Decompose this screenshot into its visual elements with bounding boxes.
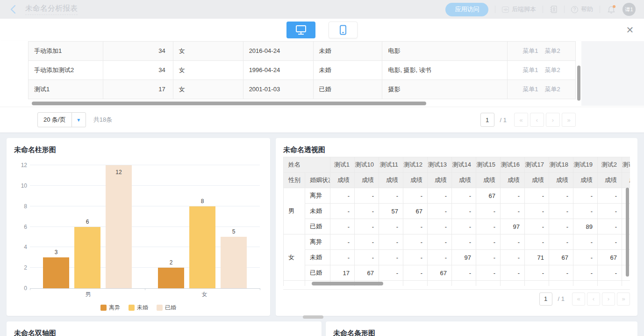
cell-birthday: 2016-04-24: [243, 42, 314, 60]
horizontal-scrollbar[interactable]: [32, 102, 426, 105]
pivot-marital-cell: 已婚: [305, 219, 330, 234]
help-button[interactable]: ? 帮助: [571, 5, 593, 14]
pivot-vertical-scrollbar[interactable]: [626, 188, 629, 277]
pivot-value-cell: -: [501, 265, 525, 281]
desktop-view-button[interactable]: [286, 22, 315, 38]
pivot-value-cell: -: [355, 219, 379, 234]
bar-value-label: 8: [189, 198, 215, 205]
current-page[interactable]: 1: [539, 292, 552, 306]
contacts-button[interactable]: [550, 5, 558, 14]
x-axis-label: 男: [30, 291, 146, 299]
app-screen: 未命名分析报表 应用访问 </> 后端脚本: [0, 0, 644, 336]
bar-chart-card: 未命名柱形图 0246810123612285 男女 离异未婚已婚: [7, 138, 270, 316]
pivot-row: 已婚1767--67--------: [284, 265, 630, 281]
contacts-icon: [550, 5, 558, 14]
page-size-select[interactable]: 20 条/页 ▼: [37, 112, 86, 127]
pivot-value-cell: -: [452, 265, 476, 281]
app-header: 未命名分析报表 应用访问 </> 后端脚本: [0, 0, 644, 19]
bottom-cards-row: 未命名双轴图 未命名条形图: [7, 321, 637, 336]
bar: [189, 206, 215, 288]
pivot-value-cell: -: [525, 204, 549, 219]
pivot-value-cell: -: [428, 250, 452, 265]
row-action-link[interactable]: 菜单2: [545, 42, 560, 60]
pivot-value-cell: -: [355, 234, 379, 250]
pivot-value-cell: -: [476, 234, 501, 250]
legend-item[interactable]: 已婚: [157, 304, 176, 312]
vertical-scrollbar[interactable]: [577, 66, 580, 101]
legend-swatch-icon: [157, 305, 163, 311]
prev-page-button[interactable]: ‹: [530, 113, 544, 127]
y-axis-label: 6: [15, 224, 27, 230]
back-button[interactable]: [8, 5, 18, 14]
pivot-value-cell: -: [403, 234, 428, 250]
last-page-button[interactable]: »: [562, 113, 576, 127]
pivot-value-cell: -: [549, 265, 573, 281]
first-page-button[interactable]: «: [572, 292, 585, 306]
cell-marital: 已婚: [314, 80, 383, 99]
first-page-button[interactable]: «: [514, 113, 528, 127]
legend-item[interactable]: 未婚: [129, 304, 148, 312]
bar: [43, 257, 69, 288]
last-page-button[interactable]: »: [617, 292, 630, 306]
table-row[interactable]: 手动添加测试234女1996-04-24未婚电影, 摄影, 读书菜单1菜单2: [29, 61, 576, 80]
row-action-link[interactable]: 菜单1: [522, 42, 538, 60]
axis-tick: [260, 288, 260, 290]
bar-chart-categories: 男女: [30, 289, 263, 300]
cell-gender: 女: [173, 61, 243, 80]
next-page-button[interactable]: ›: [546, 113, 560, 127]
pivot-value-cell: -: [598, 265, 622, 281]
bar-value-label: 2: [158, 259, 184, 266]
pivot-measure-header: 成绩: [379, 173, 403, 188]
pivot-measure-header: 成绩: [330, 173, 355, 188]
report-title[interactable]: 未命名分析报表: [25, 4, 78, 15]
pivot-empty-cell: [549, 281, 573, 286]
cell-name: 手动添加1: [29, 42, 103, 60]
total-count: 共18条: [93, 116, 112, 124]
row-action-link[interactable]: 菜单2: [545, 80, 560, 99]
pivot-empty-cell: [452, 281, 476, 286]
pivot-value-cell: -: [403, 219, 428, 234]
bar-wrap: 3: [43, 165, 69, 288]
legend-item[interactable]: 离异: [100, 304, 120, 312]
pivot-measure-header: 成绩: [622, 173, 630, 188]
avatar[interactable]: 谭1: [623, 3, 636, 16]
next-page-button[interactable]: ›: [602, 292, 615, 306]
pivot-value-cell: -: [379, 234, 403, 250]
pivot-column-header: 测试15: [476, 157, 501, 173]
charts-row: 未命名柱形图 0246810123612285 男女 离异未婚已婚 未命名透视图…: [7, 138, 637, 316]
row-action-link[interactable]: 菜单2: [545, 61, 560, 80]
pivot-measure-header: 成绩: [525, 173, 549, 188]
scrollbar-thumb[interactable]: [303, 315, 323, 319]
bar-wrap: 6: [74, 165, 100, 288]
app-access-button[interactable]: 应用访问: [445, 3, 488, 16]
pivot-empty-cell: [284, 281, 305, 286]
current-page[interactable]: 1: [480, 113, 494, 127]
bar-chart-plot: 0246810123612285: [30, 165, 260, 289]
cell-marital: 未婚: [314, 42, 383, 60]
table-row[interactable]: 手动添加134女2016-04-24未婚电影菜单1菜单2: [29, 42, 576, 61]
pivot-value-cell: -: [428, 188, 452, 204]
pivot-empty-cell: [403, 281, 428, 286]
row-action-link[interactable]: 菜单1: [522, 80, 538, 99]
prev-page-button[interactable]: ‹: [587, 292, 600, 306]
table-row[interactable]: 测试117女2001-01-03已婚摄影菜单1菜单2: [29, 80, 576, 99]
cell-birthday: 2001-01-03: [243, 80, 314, 99]
pivot-value-cell: -: [379, 265, 403, 281]
pivot-value-cell: -: [573, 188, 598, 204]
pivot-dimension-header: 婚姻状况: [305, 173, 330, 188]
pivot-value-cell: -: [330, 219, 355, 234]
pivot-horizontal-scrollbar[interactable]: [312, 282, 383, 285]
pivot-measure-header: 成绩: [598, 173, 622, 188]
cell-gender: 女: [173, 80, 243, 99]
cell-name: 测试1: [29, 80, 103, 99]
close-icon[interactable]: ✕: [624, 24, 636, 36]
mobile-view-button[interactable]: [329, 22, 358, 38]
pivot-measure-header: 成绩: [476, 173, 501, 188]
legend-swatch-icon: [129, 305, 135, 311]
preview-toolbar: ✕: [0, 19, 644, 41]
notification-bell-button[interactable]: [607, 5, 616, 14]
legend-swatch-icon: [100, 305, 107, 311]
backend-script-button[interactable]: </> 后端脚本: [502, 5, 536, 14]
row-action-link[interactable]: 菜单1: [522, 61, 538, 80]
cell-gender: 女: [173, 42, 243, 60]
